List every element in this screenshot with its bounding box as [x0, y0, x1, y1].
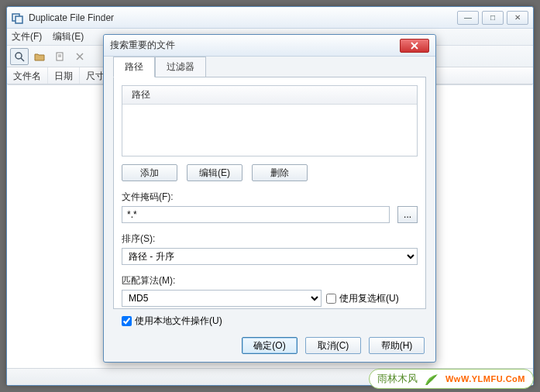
mask-row: ...: [122, 206, 418, 223]
sort-select[interactable]: 路径 - 升序: [122, 248, 418, 265]
delete-button[interactable]: 删除: [252, 164, 308, 181]
algo-row: MD5 使用复选框(U): [122, 290, 418, 307]
column-date[interactable]: 日期: [48, 67, 80, 84]
use-local-label: 使用本地文件操作(U): [135, 315, 222, 328]
app-icon: [12, 12, 24, 24]
maximize-button[interactable]: □: [482, 11, 504, 25]
svg-rect-1: [15, 16, 22, 23]
use-checkbox-checkbox[interactable]: [326, 294, 336, 304]
cut-icon[interactable]: [71, 48, 89, 65]
dialog-close-button[interactable]: [400, 39, 429, 53]
minimize-button[interactable]: —: [457, 11, 479, 25]
cancel-button[interactable]: 取消(C): [305, 337, 361, 354]
path-list[interactable]: 路径: [122, 85, 418, 156]
sort-label: 排序(S):: [122, 232, 418, 246]
tab-strip: 路径 过滤器: [104, 57, 435, 77]
path-list-header: 路径: [122, 86, 417, 105]
titlebar: Duplicate File Finder — □ ✕: [7, 7, 533, 29]
use-checkbox-option[interactable]: 使用复选框(U): [326, 292, 399, 305]
path-buttons-row: 添加 编辑(E) 删除: [122, 164, 418, 181]
window-title: Duplicate File Finder: [29, 12, 457, 23]
search-icon[interactable]: [10, 48, 29, 65]
tab-path[interactable]: 路径: [113, 57, 155, 77]
svg-point-2: [15, 53, 22, 59]
help-button[interactable]: 帮助(H): [369, 337, 425, 354]
edit-button[interactable]: 编辑(E): [187, 164, 242, 181]
mask-browse-button[interactable]: ...: [397, 206, 418, 223]
menu-file[interactable]: 文件(F): [12, 30, 42, 43]
watermark-text: 雨林木风: [377, 372, 418, 386]
watermark: 雨林木风 雨林木风 WwW.YLMFU.CoM: [369, 369, 534, 389]
search-dialog: 搜索重要的文件 路径 过滤器 路径 添加 编辑(E) 删除 文件掩码(F): .…: [103, 34, 436, 363]
use-checkbox-label: 使用复选框(U): [339, 292, 399, 305]
mask-input[interactable]: [122, 206, 390, 223]
menu-edit[interactable]: 编辑(E): [53, 30, 84, 43]
svg-line-3: [21, 58, 24, 61]
close-button[interactable]: ✕: [507, 11, 528, 25]
dialog-titlebar: 搜索重要的文件: [104, 35, 435, 57]
mask-label: 文件掩码(F):: [122, 191, 418, 204]
folder-icon[interactable]: [30, 48, 49, 65]
watermark-url: WwW.YLMFU.CoM: [445, 374, 525, 383]
document-icon[interactable]: [50, 48, 69, 65]
dialog-buttons: 确定(O) 取消(C) 帮助(H): [242, 337, 425, 354]
close-icon: [411, 42, 418, 50]
use-local-checkbox[interactable]: [122, 316, 132, 326]
window-buttons: — □ ✕: [457, 11, 528, 25]
tab-panel-path: 路径 添加 编辑(E) 删除 文件掩码(F): ... 排序(S): 路径 - …: [113, 77, 426, 309]
algo-label: 匹配算法(M):: [122, 274, 418, 287]
algo-select[interactable]: MD5: [122, 290, 322, 307]
add-button[interactable]: 添加: [122, 164, 177, 181]
use-local-option[interactable]: 使用本地文件操作(U): [122, 315, 418, 328]
ok-button[interactable]: 确定(O): [242, 337, 298, 354]
dialog-title: 搜索重要的文件: [110, 39, 400, 52]
leaf-icon: [422, 371, 441, 387]
column-name[interactable]: 文件名: [7, 67, 48, 84]
tab-filter[interactable]: 过滤器: [155, 57, 206, 77]
